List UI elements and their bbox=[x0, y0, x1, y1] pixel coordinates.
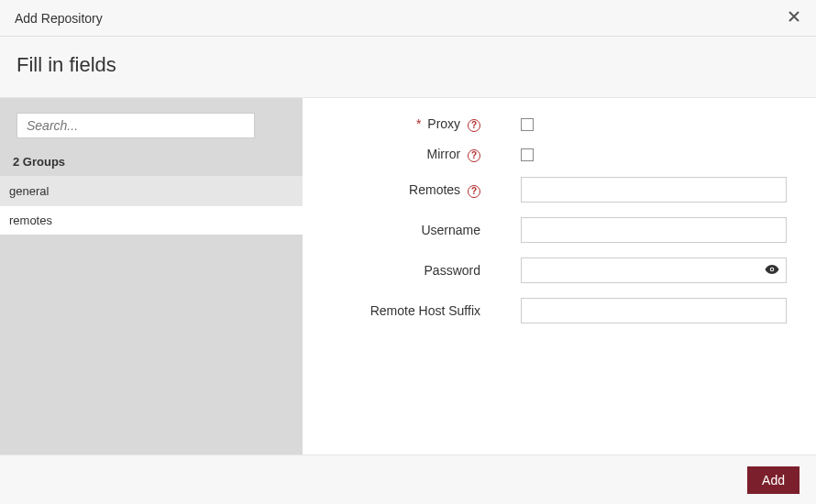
remotes-label-wrap: Remotes ? bbox=[303, 182, 486, 198]
sidebar-item-general[interactable]: general bbox=[0, 176, 303, 205]
form-row-mirror: Mirror ? bbox=[303, 147, 790, 162]
password-input[interactable] bbox=[521, 257, 787, 283]
dialog-footer: Add bbox=[0, 455, 816, 504]
dialog-title: Add Repository bbox=[15, 11, 103, 26]
help-icon[interactable]: ? bbox=[468, 185, 480, 198]
proxy-checkbox[interactable] bbox=[521, 118, 534, 131]
remote-host-suffix-label: Remote Host Suffix bbox=[370, 303, 480, 318]
add-button[interactable]: Add bbox=[747, 466, 799, 494]
form-row-password: Password bbox=[303, 257, 790, 283]
remote-host-suffix-input-wrap bbox=[521, 298, 787, 323]
proxy-label: Proxy bbox=[427, 116, 460, 131]
groups-count-label: 2 Groups bbox=[0, 148, 303, 176]
form-row-proxy: * Proxy ? bbox=[303, 116, 790, 132]
subheader: Fill in fields bbox=[0, 37, 816, 97]
username-label-wrap: Username bbox=[303, 223, 486, 237]
mirror-label: Mirror bbox=[427, 147, 461, 161]
remotes-label: Remotes bbox=[409, 182, 460, 197]
sidebar-item-remotes[interactable]: remotes bbox=[0, 205, 303, 235]
mirror-label-wrap: Mirror ? bbox=[303, 147, 486, 162]
dialog-header: Add Repository bbox=[0, 0, 816, 37]
proxy-label-wrap: * Proxy ? bbox=[303, 116, 486, 132]
svg-point-1 bbox=[771, 268, 773, 270]
form-panel: * Proxy ? Mirror ? Remotes ? Use bbox=[303, 98, 816, 455]
username-input[interactable] bbox=[521, 217, 787, 243]
close-icon[interactable] bbox=[787, 9, 801, 27]
remote-host-suffix-input[interactable] bbox=[521, 298, 787, 323]
help-icon[interactable]: ? bbox=[468, 149, 480, 162]
search-input[interactable] bbox=[17, 113, 255, 138]
page-title: Fill in fields bbox=[17, 53, 799, 77]
dialog-body: 2 Groups general remotes * Proxy ? Mirro… bbox=[0, 97, 816, 455]
search-wrap bbox=[0, 98, 303, 148]
form-row-remotes: Remotes ? bbox=[303, 177, 790, 203]
username-label: Username bbox=[421, 223, 480, 237]
remotes-input[interactable] bbox=[521, 177, 787, 203]
username-input-wrap bbox=[521, 217, 787, 243]
password-input-wrap bbox=[521, 257, 787, 283]
form-row-remote-host-suffix: Remote Host Suffix bbox=[303, 298, 790, 323]
form-row-username: Username bbox=[303, 217, 790, 243]
sidebar-item-label: remotes bbox=[9, 214, 52, 227]
password-label-wrap: Password bbox=[303, 263, 486, 278]
remote-host-suffix-label-wrap: Remote Host Suffix bbox=[303, 303, 486, 318]
sidebar-item-label: general bbox=[9, 184, 49, 198]
required-mark: * bbox=[416, 116, 421, 131]
eye-icon[interactable] bbox=[765, 263, 779, 278]
sidebar: 2 Groups general remotes bbox=[0, 98, 303, 455]
help-icon[interactable]: ? bbox=[468, 119, 480, 132]
password-label: Password bbox=[425, 263, 480, 278]
remotes-input-wrap bbox=[521, 177, 787, 203]
mirror-checkbox[interactable] bbox=[521, 148, 534, 161]
